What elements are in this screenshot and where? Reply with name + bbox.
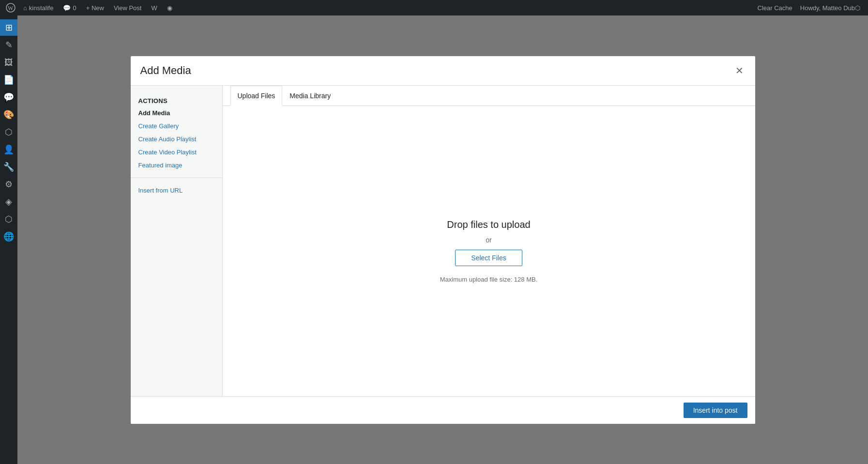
plugin-icon-item[interactable]: ◉ [163,0,176,15]
user-greeting-item[interactable]: Howdy, Matteo Dub⬡ [796,0,864,15]
new-item[interactable]: + New [82,0,108,15]
modal-footer: Insert into post [131,396,755,424]
sidebar-divider [131,178,222,178]
sidebar-icon-extra2[interactable]: ⬡ [0,211,17,227]
insert-from-url-link[interactable]: Insert from URL [131,184,222,197]
sidebar-icon-comments[interactable]: 💬 [0,89,17,105]
house-icon: ⌂ [23,4,27,12]
site-name-label: kinstalife [29,4,54,12]
modal-title: Add Media [140,64,191,77]
add-media-modal: Add Media ✕ Actions Add Media Create Gal… [131,56,755,424]
admin-bar: W ⌂ kinstalife 💬 0 + New View Post W ◉ C… [0,0,868,15]
site-name-item[interactable]: ⌂ kinstalife [19,0,57,15]
comments-count: 0 [73,4,76,12]
wp-plugin-item[interactable]: W [147,0,161,15]
tab-media-library[interactable]: Media Library [282,86,338,106]
plugin-circle-icon: ◉ [167,4,172,12]
sidebar-icon-dashboard[interactable]: ⊞ [0,19,17,36]
create-video-playlist-link[interactable]: Create Video Playlist [131,146,222,159]
insert-into-post-button[interactable]: Insert into post [684,403,747,418]
create-gallery-link[interactable]: Create Gallery [131,120,222,133]
sidebar-section-title: Actions [131,93,222,106]
drop-files-text: Drop files to upload [447,219,530,230]
sidebar-icon-settings[interactable]: ⚙ [0,176,17,193]
comments-item[interactable]: 💬 0 [59,0,80,15]
comment-icon: 💬 [63,4,71,12]
view-post-item[interactable]: View Post [110,0,146,15]
svg-text:W: W [8,5,14,12]
modal-main-content: Upload Files Media Library Drop files to… [223,86,755,396]
clear-cache-label: Clear Cache [758,4,792,12]
modal-header: Add Media ✕ [131,56,755,86]
tab-upload-files[interactable]: Upload Files [230,86,283,106]
add-media-link[interactable]: Add Media [131,106,222,120]
modal-tabs: Upload Files Media Library [223,86,755,106]
clear-cache-button[interactable]: Clear Cache [754,0,796,15]
sidebar-icon-appearance[interactable]: 🎨 [0,106,17,123]
modal-overlay: Add Media ✕ Actions Add Media Create Gal… [17,15,868,464]
sidebar-icon-tools[interactable]: 🔧 [0,159,17,175]
select-files-button[interactable]: Select Files [455,250,522,266]
wp-logo-icon[interactable]: W [4,0,17,15]
new-label: + New [86,4,104,12]
sidebar-icon-extra1[interactable]: ◈ [0,194,17,210]
sidebar-icon-plugins[interactable]: ⬡ [0,124,17,140]
sidebar-icon-media[interactable]: 🖼 [0,54,17,71]
sidebar-icon-extra3[interactable]: 🌐 [0,228,17,245]
sidebar-icon-users[interactable]: 👤 [0,141,17,158]
user-greeting-label: Howdy, Matteo Dub⬡ [800,4,860,12]
view-post-label: View Post [114,4,142,12]
modal-body: Actions Add Media Create Gallery Create … [131,86,755,396]
modal-close-button[interactable]: ✕ [733,64,746,77]
create-audio-playlist-link[interactable]: Create Audio Playlist [131,133,222,146]
featured-image-link[interactable]: Featured image [131,159,222,172]
wp-plugin-icon: W [151,4,157,12]
upload-drop-area[interactable]: Drop files to upload or Select Files Max… [223,106,755,396]
sidebar-icon-pages[interactable]: 📄 [0,72,17,88]
max-upload-size-text: Maximum upload file size: 128 MB. [440,276,538,283]
admin-bar-right: Clear Cache Howdy, Matteo Dub⬡ [754,0,864,15]
sidebar-icon-posts[interactable]: ✎ [0,37,17,53]
wp-admin-sidebar: ⊞ ✎ 🖼 📄 💬 🎨 ⬡ 👤 🔧 ⚙ ◈ ⬡ 🌐 [0,15,17,464]
modal-sidebar: Actions Add Media Create Gallery Create … [131,86,223,396]
or-text: or [486,236,491,244]
